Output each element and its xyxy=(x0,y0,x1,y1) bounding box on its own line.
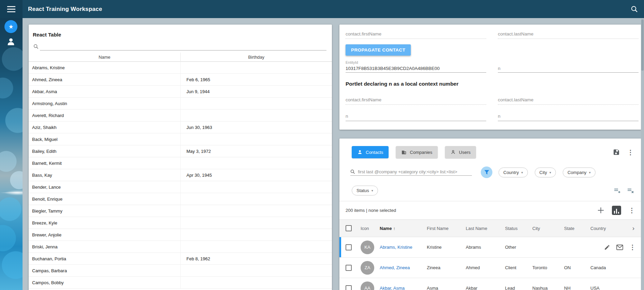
table-row[interactable]: Briski, Jenna xyxy=(29,241,332,253)
avatar: ZA xyxy=(361,261,374,275)
propagate-contact-button[interactable]: PROPAGATE CONTACT xyxy=(346,44,411,56)
react-table-search xyxy=(33,44,326,50)
table-row[interactable]: Breeze, Kyle xyxy=(29,217,332,229)
birthday-cell xyxy=(180,62,332,73)
select-all-checkbox[interactable] xyxy=(346,225,352,231)
birthday-cell: Jun 9, 1944 xyxy=(180,86,332,97)
edit-contact-button[interactable] xyxy=(603,243,612,252)
column-header-status[interactable]: Status xyxy=(505,226,532,231)
table-row[interactable]: Averett, Richard xyxy=(29,110,332,121)
birthday-cell xyxy=(180,193,332,205)
chart-view-button[interactable] xyxy=(611,204,622,216)
clear-filter-line-button[interactable] xyxy=(626,187,635,195)
row-checkbox[interactable] xyxy=(346,244,352,250)
status-filter-row: Status ▾ xyxy=(352,186,635,195)
browser-menu-button[interactable]: ⋮ xyxy=(626,148,635,157)
avatar: AA xyxy=(361,281,374,290)
add-filter-line-button[interactable] xyxy=(613,187,622,195)
n-field-bottom-left[interactable]: n xyxy=(346,114,486,121)
birthday-cell xyxy=(180,98,332,109)
n-label: n xyxy=(346,114,486,121)
table-row[interactable]: Campos, Bobby xyxy=(29,277,332,289)
table-row[interactable]: Akbar, AsmaJun 9, 1944 xyxy=(29,86,332,98)
bar-chart-icon xyxy=(612,206,621,215)
contact-search-input[interactable] xyxy=(358,169,472,174)
search-icon xyxy=(350,169,355,174)
contact-row[interactable]: ZAAhmed, ZineeaZineeaAhmedClientTorontoO… xyxy=(339,258,641,278)
column-header-last-name[interactable]: Last Name xyxy=(466,226,505,231)
list-menu-button[interactable]: ⋮ xyxy=(627,206,636,215)
table-row[interactable]: Brewer, Anjolie xyxy=(29,229,332,241)
column-header-city[interactable]: City xyxy=(532,226,564,231)
search-icon xyxy=(33,44,39,49)
filter-button[interactable] xyxy=(481,166,492,178)
n-field-top[interactable]: n xyxy=(498,66,639,73)
table-row[interactable]: Back, Miguel xyxy=(29,133,332,145)
column-header-state[interactable]: State xyxy=(564,226,590,231)
email-contact-button[interactable] xyxy=(615,243,625,251)
table-row[interactable]: Bailey, EdithMay 3, 1972 xyxy=(29,145,332,157)
name-cell: Benoit, Enrique xyxy=(29,193,180,205)
table-row[interactable]: Aziz, ShaikhJun 30, 1963 xyxy=(29,121,332,133)
city-filter-chip[interactable]: City ▾ xyxy=(535,168,556,177)
table-row[interactable]: Bender, Lance xyxy=(29,181,332,193)
contact-name-link[interactable]: Ahmed, Zineea xyxy=(380,265,427,270)
contact-name-link[interactable]: Abrams, Kristine xyxy=(380,245,427,250)
playlist-remove-icon xyxy=(627,188,634,193)
column-header-country[interactable]: Country xyxy=(590,226,623,231)
tab-users[interactable]: Users xyxy=(445,146,476,158)
tab-label: Companies xyxy=(410,150,432,155)
row-checkbox[interactable] xyxy=(346,265,352,271)
screen: React Training Workspace ★ React Table xyxy=(0,0,644,290)
company-filter-chip[interactable]: Company ▾ xyxy=(563,168,596,177)
tab-companies[interactable]: Companies xyxy=(396,146,438,158)
first-name-cell: Asma xyxy=(427,286,466,290)
scrollbar-thumb[interactable] xyxy=(641,19,644,71)
last-name-cell: Abrams xyxy=(466,245,505,250)
add-contact-button[interactable] xyxy=(596,205,606,215)
table-row[interactable]: Abrams, Kristine xyxy=(29,62,332,74)
chevron-down-icon: ▾ xyxy=(372,189,373,192)
chip-label: City xyxy=(540,170,547,175)
browser-filter-row: Country ▾ City ▾ Company ▾ xyxy=(350,166,635,178)
tab-contacts[interactable]: Contacts xyxy=(352,146,389,158)
global-search-button[interactable] xyxy=(628,3,640,15)
table-row[interactable]: Campas, Barbara xyxy=(29,265,332,277)
contact-row[interactable]: AAAkbar, AsmaAsmaAkbarLeadNashuaNHUSA xyxy=(339,278,641,290)
react-table-search-input[interactable] xyxy=(40,44,326,50)
table-row[interactable]: Armstrong, Austin xyxy=(29,98,332,110)
contact-name-link[interactable]: Akbar, Asma xyxy=(380,286,427,290)
sidebar-item-favorites[interactable]: ★ xyxy=(4,20,17,33)
country-filter-chip[interactable]: Country ▾ xyxy=(499,168,528,177)
column-header-first-name[interactable]: First Name xyxy=(427,226,466,231)
name-cell: Abrams, Kristine xyxy=(29,62,180,73)
more-columns-chevron[interactable]: › xyxy=(623,224,637,232)
n-field-bottom-right[interactable]: n xyxy=(498,114,639,121)
sidebar-item-account[interactable] xyxy=(4,35,17,48)
hamburger-menu-button[interactable] xyxy=(0,0,23,18)
name-cell: Buchanan, Portia xyxy=(29,253,180,264)
contact-firstname-label: contact.firstName xyxy=(346,97,486,105)
status-filter-chip[interactable]: Status ▾ xyxy=(352,186,378,195)
save-button[interactable] xyxy=(612,147,621,157)
table-row[interactable]: Biegler, Tammy xyxy=(29,205,332,217)
table-row[interactable]: Buchanan, PortiaFeb 8, 1962 xyxy=(29,253,332,265)
scrollbar-track[interactable] xyxy=(641,18,644,290)
name-cell: Bailey, Edith xyxy=(29,145,180,157)
row-checkbox[interactable] xyxy=(346,285,352,290)
entity-id-field[interactable]: EntityId 10317F8B531B3B45E3B9CD2A0A486BB… xyxy=(346,60,486,73)
save-icon xyxy=(613,149,620,156)
entity-id-value: 10317F8B531B3B45E3B9CD2A0A486BBE00 xyxy=(346,66,486,73)
column-header-name[interactable]: Name↑ xyxy=(380,226,427,231)
contact-row[interactable]: KAAbrams, KristineKristineAbramsOther⋮ xyxy=(339,237,641,258)
table-row[interactable]: Bass, KayApr 30, 1945 xyxy=(29,169,332,181)
search-icon xyxy=(631,5,638,13)
name-cell: Ahmed, Zineea xyxy=(29,74,180,85)
status-cell: Client xyxy=(505,265,532,270)
table-row[interactable]: Barnett, Kermit xyxy=(29,157,332,169)
table-row[interactable]: Benoit, Enrique xyxy=(29,193,332,205)
table-row[interactable]: Ahmed, ZineeaFeb 6, 1965 xyxy=(29,74,332,86)
more-vertical-icon: ⋮ xyxy=(629,244,636,250)
row-menu-button[interactable]: ⋮ xyxy=(628,243,637,252)
portlet-heading: Portlet declaring n as a local context n… xyxy=(346,81,639,87)
